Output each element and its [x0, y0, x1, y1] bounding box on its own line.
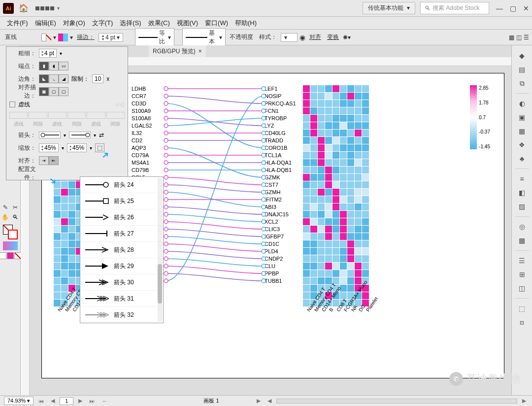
hscroll-right-button[interactable]: ▶ — [520, 398, 528, 404]
next-artboard-button[interactable]: ▶ — [76, 398, 84, 404]
zoom-combo[interactable]: 74.93% ▾ — [4, 397, 33, 405]
links-icon[interactable]: ⧈ — [517, 317, 528, 328]
prev-artboard-button[interactable]: ◀ — [49, 398, 57, 404]
artboard-number[interactable]: 1 — [60, 397, 73, 405]
align-icon[interactable]: ☰ — [517, 255, 528, 266]
eyedropper-tool[interactable]: ✎ — [1, 203, 10, 212]
hscroll-left-button[interactable]: ◀ — [266, 398, 273, 404]
layers-icon[interactable]: ▤ — [517, 64, 528, 75]
gradient-icon[interactable]: ◧ — [517, 187, 528, 198]
arrange-docs-icon[interactable] — [35, 6, 54, 10]
dash-cell[interactable] — [29, 112, 47, 119]
asset-export-icon[interactable]: ⬚ — [517, 303, 528, 314]
first-artboard-button[interactable]: ⏮ — [36, 398, 46, 404]
dashed-checkbox[interactable] — [9, 102, 15, 107]
menu-item[interactable]: 视图(V) — [174, 18, 201, 29]
arrowhead-option[interactable]: 箭头 28 — [80, 242, 163, 258]
dash-cell[interactable] — [67, 112, 86, 119]
weight-chevron-icon[interactable]: ▾ — [60, 51, 62, 56]
corner-buttons[interactable]: ◣◟◢ — [39, 74, 68, 83]
horizontal-scrollbar[interactable] — [276, 399, 517, 404]
cap-buttons[interactable]: ▮◖▭ — [39, 62, 68, 70]
setup-icon[interactable]: ▦ — [509, 34, 514, 41]
maximize-button[interactable]: ▢ — [510, 4, 516, 12]
variable-width-combo[interactable]: 等比 ▾ — [135, 28, 174, 47]
clover-icon[interactable]: ♣ — [517, 153, 528, 164]
zoom-tool[interactable]: 🔍︎ — [11, 213, 20, 222]
dash-cell[interactable] — [106, 112, 125, 119]
isolate-icon[interactable]: ✺▾ — [343, 34, 351, 41]
arrowhead-option[interactable]: 箭头 26 — [80, 209, 163, 226]
menu-item[interactable]: 效果(C) — [145, 18, 173, 29]
hand-tool[interactable]: ✋ — [1, 213, 10, 222]
pref-icon[interactable]: ◫ — [516, 34, 522, 41]
tab-close-icon[interactable]: × — [199, 48, 202, 55]
artboard-nav-icon[interactable]: ↔ — [100, 398, 109, 404]
brushes-icon[interactable]: ▦ — [517, 126, 528, 136]
limit-input[interactable]: 10 — [92, 74, 103, 83]
arrow-align-buttons[interactable]: ⇥⇤ — [39, 156, 59, 165]
menu-item[interactable]: 窗口(W) — [202, 18, 231, 29]
fx-icon[interactable]: ◉ — [299, 34, 305, 41]
align-stroke-buttons[interactable]: ▣▢▢ — [39, 87, 68, 96]
fill-chevron-icon[interactable]: ▾ — [53, 34, 56, 41]
dash-cell[interactable] — [48, 112, 66, 119]
stroke-weight-combo[interactable]: ▴▾4 pt ▾ — [99, 33, 123, 42]
dash-cell[interactable] — [9, 112, 28, 119]
arrow-end-combo[interactable] — [69, 132, 91, 138]
swap-arrows-icon[interactable]: ⇄ — [99, 132, 104, 138]
swatches-icon[interactable]: ▣ — [517, 112, 528, 123]
arrowhead-option[interactable]: 箭头 27 — [80, 226, 163, 242]
color-icon[interactable]: ◐ — [517, 98, 528, 109]
stroke-chevron-icon[interactable]: ▾ — [70, 34, 73, 41]
dashed-preserve-icon[interactable]: ▭▯ — [116, 101, 125, 108]
arrowhead-option[interactable]: 箭头 30 — [80, 274, 163, 291]
fill-stroke-toggle[interactable] — [3, 225, 18, 239]
transparency-icon[interactable]: ▨ — [517, 201, 528, 212]
dash-cell[interactable] — [87, 112, 105, 119]
arrange-chevron-icon[interactable]: ▾ — [57, 5, 60, 11]
menu-item[interactable]: 帮助(H) — [232, 18, 260, 29]
close-button[interactable]: ✕ — [523, 4, 529, 12]
artboards-icon[interactable]: ⧉ — [517, 78, 528, 89]
home-icon[interactable]: 🏠 — [19, 3, 29, 13]
arrow-end-chevron-icon[interactable]: ▾ — [94, 133, 96, 138]
arrowhead-option[interactable]: 箭头 24 — [80, 177, 163, 193]
arrowhead-option[interactable]: 箭头 25 — [80, 193, 163, 209]
appearance-icon[interactable]: ◎ — [517, 221, 528, 232]
menu-item[interactable]: 文字(T) — [89, 18, 116, 29]
menu-item[interactable]: 编辑(E) — [32, 18, 59, 29]
scale-start-input[interactable]: ▴▾45% — [39, 143, 59, 152]
style-combo[interactable]: ▾ — [281, 33, 298, 42]
transform-icon[interactable]: ⊞ — [517, 269, 528, 280]
menu-item[interactable]: 选择(S) — [117, 18, 144, 29]
arrow-start-combo[interactable] — [39, 132, 61, 138]
workspace-selector[interactable]: 传统基本功能 ▾ — [363, 2, 415, 14]
color-mode-row[interactable] — [0, 252, 21, 259]
transform-panel-link[interactable]: 变换 — [325, 33, 341, 41]
minimize-button[interactable]: — — [496, 4, 503, 12]
search-input[interactable]: 🔍︎搜索 Adobe Stock — [420, 2, 489, 14]
brush-combo[interactable]: 基本 ▾ — [182, 28, 226, 47]
arrowhead-option[interactable]: 箭头 32 — [80, 307, 163, 323]
fill-swatch[interactable] — [41, 34, 51, 41]
pathfinder-icon[interactable]: ◫ — [517, 283, 528, 294]
menu-item[interactable]: 对象(O) — [60, 18, 88, 29]
menu-item[interactable]: 文件(F) — [4, 18, 31, 29]
last-artboard-button[interactable]: ⏭ — [87, 398, 97, 404]
symbols-icon[interactable]: ❖ — [517, 139, 528, 150]
stroke-swatch[interactable] — [58, 34, 68, 41]
graphic-styles-icon[interactable]: ▩ — [517, 235, 528, 246]
dropdown-scrollbar[interactable] — [158, 178, 162, 322]
gradient-preview[interactable] — [3, 241, 18, 250]
weight-input[interactable]: ▴▾4 pt — [39, 49, 57, 58]
align-panel-link[interactable]: 对齐 — [307, 33, 323, 41]
menu-icon[interactable]: ☰ — [524, 34, 529, 41]
scale-end-input[interactable]: ▴▾45% — [67, 143, 87, 152]
direct-select-tool[interactable]: ✂ — [11, 203, 20, 212]
arrowhead-option[interactable]: 箭头 29 — [80, 258, 163, 274]
arrowhead-option[interactable]: 箭头 31 — [80, 291, 163, 307]
stroke-panel-icon[interactable]: ≡ — [517, 173, 528, 184]
properties-icon[interactable]: ◆ — [517, 50, 528, 61]
scroll-right-button[interactable]: ▶ — [255, 398, 263, 404]
